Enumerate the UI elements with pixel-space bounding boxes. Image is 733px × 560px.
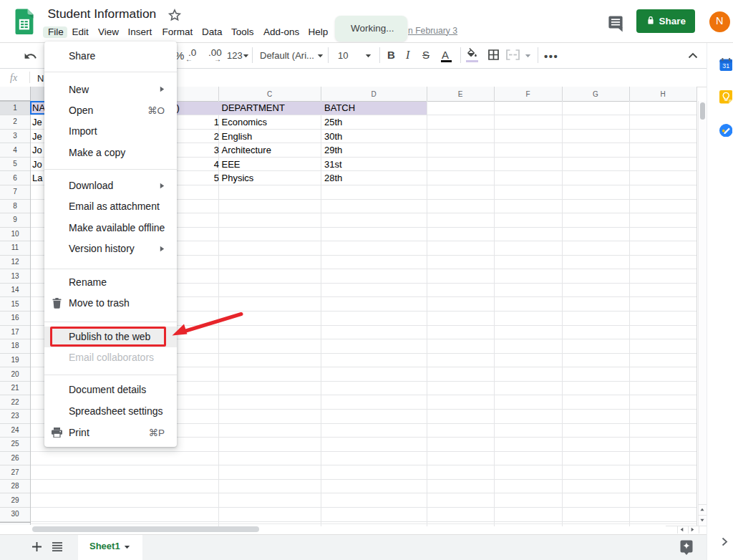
- svg-text:31: 31: [722, 62, 729, 69]
